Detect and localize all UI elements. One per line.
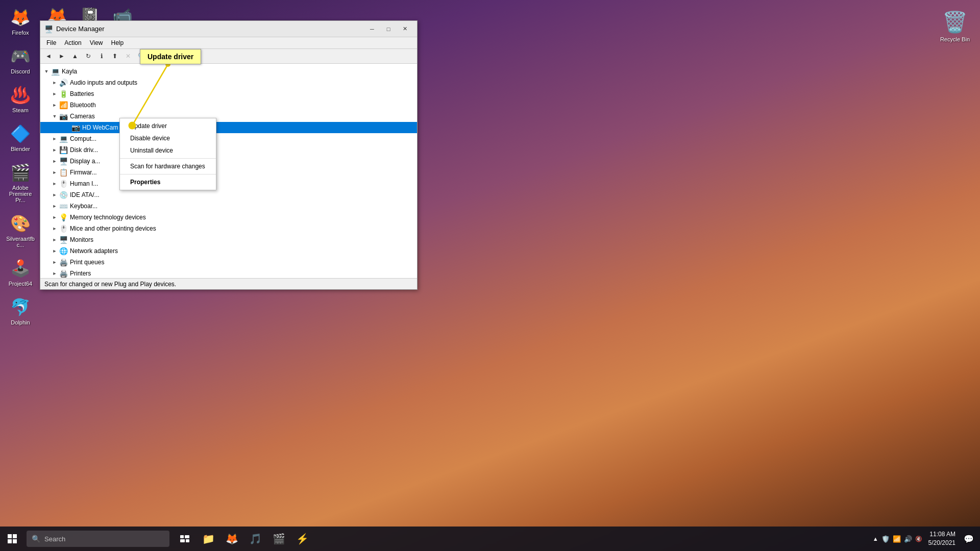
desktop-icon-adobe[interactable]: 🎬 Adobe Premiere Pr... xyxy=(2,159,39,206)
tray-volume-icon[interactable]: 🔊 xyxy=(904,535,912,543)
batteries-label: Batteries xyxy=(70,90,94,97)
steam-icon: ♨️ xyxy=(10,85,31,105)
context-properties[interactable]: Properties xyxy=(120,176,216,188)
tree-item-hdwebcam[interactable]: 📷 HD WebCam xyxy=(40,122,417,133)
diskdrives-toggle: ► xyxy=(51,146,59,154)
tree-item-ideata[interactable]: ► 💿 IDE ATA/... xyxy=(40,189,417,201)
refresh-button[interactable]: ↻ xyxy=(82,50,94,62)
context-update-driver[interactable]: Update driver xyxy=(120,120,216,132)
hdwebcam-label: HD WebCam xyxy=(82,124,118,131)
root-toggle: ▼ xyxy=(42,67,51,76)
desktop-icon-silveraart[interactable]: 🎨 Silveraartfbc... xyxy=(2,210,39,251)
taskbar: 🔍 📁 🦊 🎵 🎬 ⚡ ▲ 🛡️ 📶 🔊 🔇 11:08 AM xyxy=(0,527,980,551)
svg-rect-8 xyxy=(185,535,189,538)
discord-label: Discord xyxy=(11,68,30,74)
svg-rect-9 xyxy=(180,539,185,542)
context-scan-hardware[interactable]: Scan for hardware changes xyxy=(120,160,216,172)
monitors-label: Monitors xyxy=(70,236,93,243)
tree-item-hid[interactable]: ► 🖱️ Human I... xyxy=(40,178,417,189)
desktop-icon-firefox[interactable]: 🦊 Firefox xyxy=(2,4,39,39)
tree-item-network[interactable]: ► 🌐 Network adapters xyxy=(40,245,417,257)
start-button[interactable] xyxy=(0,527,24,551)
time-display[interactable]: 11:08 AM 5/20/2021 xyxy=(924,530,960,547)
dolphin-label: Dolphin xyxy=(11,319,30,325)
desktop-icon-project64[interactable]: 🕹️ Project64 xyxy=(2,255,39,290)
desktop-icon-discord[interactable]: 🎮 Discord xyxy=(2,43,39,78)
batteries-icon: 🔋 xyxy=(59,89,68,98)
context-disable-device[interactable]: Disable device xyxy=(120,132,216,144)
bluetooth-icon: 📶 xyxy=(59,101,68,110)
diskdrives-label: Disk driv... xyxy=(70,146,98,154)
tree-item-printqueues[interactable]: ► 🖨️ Print queues xyxy=(40,257,417,268)
hid-toggle: ► xyxy=(51,180,59,188)
tray-security-icon[interactable]: 🛡️ xyxy=(881,535,890,543)
tree-item-mice[interactable]: ► 🖱️ Mice and other pointing devices xyxy=(40,223,417,234)
date-text: 5/20/2021 xyxy=(928,539,955,547)
tray-mute-icon[interactable]: 🔇 xyxy=(915,536,922,542)
close-button[interactable]: ✕ xyxy=(397,23,413,35)
tree-item-firmware[interactable]: ► 📋 Firmwar... xyxy=(40,167,417,178)
discord-icon: 🎮 xyxy=(10,46,31,66)
firefox-taskbar[interactable]: 🦊 xyxy=(220,528,243,550)
context-uninstall-device[interactable]: Uninstall device xyxy=(120,144,216,157)
tray-network-icon[interactable]: 📶 xyxy=(893,535,901,543)
hdwebcam-toggle xyxy=(63,123,71,132)
menu-view[interactable]: View xyxy=(86,38,107,47)
tree-item-printers[interactable]: ► 🖨️ Printers xyxy=(40,268,417,278)
window-content[interactable]: ▼ 💻 Kayla ► 🔊 Audio inputs and outputs ►… xyxy=(40,64,417,278)
adobe-taskbar[interactable]: 🎬 xyxy=(267,528,290,550)
tree-item-computer[interactable]: ► 💻 Comput... xyxy=(40,133,417,144)
steam-label: Steam xyxy=(12,107,29,113)
minimize-button[interactable]: ─ xyxy=(364,23,380,35)
tooltip-text: Update driver xyxy=(148,53,193,61)
window-titlebar: 🖥️ Device Manager ─ □ ✕ xyxy=(40,21,417,37)
taskbar-search[interactable]: 🔍 xyxy=(27,531,169,547)
up-button[interactable]: ▲ xyxy=(69,50,81,62)
tree-item-display[interactable]: ► 🖥️ Display a... xyxy=(40,156,417,167)
menu-help[interactable]: Help xyxy=(107,38,128,47)
maximize-button[interactable]: □ xyxy=(380,23,397,35)
firmware-icon: 📋 xyxy=(59,168,68,177)
tree-item-batteries[interactable]: ► 🔋 Batteries xyxy=(40,88,417,99)
spotify-taskbar[interactable]: 🎵 xyxy=(244,528,266,550)
computer-toggle: ► xyxy=(51,135,59,143)
hid-icon: 🖱️ xyxy=(59,179,68,188)
cameras-icon: 📷 xyxy=(59,112,68,121)
taskview-button[interactable] xyxy=(174,528,196,550)
svg-rect-7 xyxy=(180,535,184,538)
notification-icon[interactable]: 💬 xyxy=(962,534,976,544)
forward-button[interactable]: ► xyxy=(56,50,68,62)
menu-action[interactable]: Action xyxy=(60,38,85,47)
display-label: Display a... xyxy=(70,158,100,165)
tree-item-memory[interactable]: ► 💡 Memory technology devices xyxy=(40,212,417,223)
svg-rect-4 xyxy=(13,534,17,538)
tree-item-keyboards[interactable]: ► ⌨️ Keyboar... xyxy=(40,201,417,212)
tray-arrow-icon[interactable]: ▲ xyxy=(873,536,878,542)
cmd-taskbar[interactable]: ⚡ xyxy=(291,528,313,550)
back-button[interactable]: ◄ xyxy=(42,50,55,62)
ideata-label: IDE ATA/... xyxy=(70,191,100,198)
desktop-icon-steam[interactable]: ♨️ Steam xyxy=(2,82,39,116)
tree-item-cameras[interactable]: ▼ 📷 Cameras xyxy=(40,111,417,122)
file-explorer-taskbar[interactable]: 📁 xyxy=(197,528,219,550)
update-driver-button[interactable]: ⬆ xyxy=(109,50,121,62)
desktop-icon-blender[interactable]: 🔷 Blender xyxy=(2,120,39,155)
printers-label: Printers xyxy=(70,270,91,277)
printqueues-label: Print queues xyxy=(70,259,104,266)
desktop-icon-dolphin[interactable]: 🐬 Dolphin xyxy=(2,294,39,329)
tree-item-diskdrives[interactable]: ► 💾 Disk driv... xyxy=(40,144,417,156)
printqueues-toggle: ► xyxy=(51,258,59,266)
tree-item-monitors[interactable]: ► 🖥️ Monitors xyxy=(40,234,417,245)
recycle-bin[interactable]: 🗑️ Recycle Bin xyxy=(940,10,970,42)
cameras-toggle: ▼ xyxy=(51,112,59,120)
uninstall-button[interactable]: ✕ xyxy=(122,50,134,62)
search-input[interactable] xyxy=(44,535,164,543)
recycle-bin-label: Recycle Bin xyxy=(940,36,970,42)
network-icon: 🌐 xyxy=(59,246,68,256)
tree-root-item[interactable]: ▼ 💻 Kayla xyxy=(40,66,417,77)
tree-item-audio[interactable]: ► 🔊 Audio inputs and outputs xyxy=(40,77,417,88)
silveraart-icon: 🎨 xyxy=(10,213,31,234)
properties-button[interactable]: ℹ xyxy=(95,50,108,62)
menu-file[interactable]: File xyxy=(42,38,60,47)
tree-item-bluetooth[interactable]: ► 📶 Bluetooth xyxy=(40,99,417,111)
